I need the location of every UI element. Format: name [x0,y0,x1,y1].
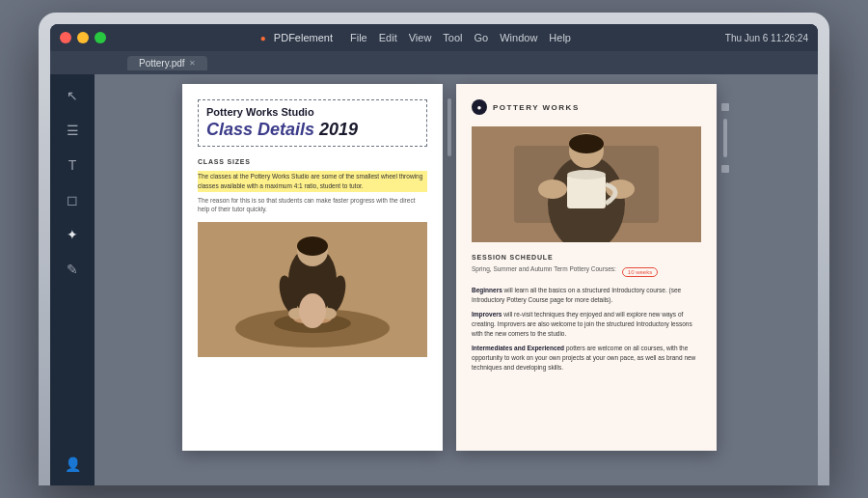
menu-edit[interactable]: Edit [379,32,397,43]
beginners-item: Beginners will learn all the basics on a… [472,286,701,306]
menu-window[interactable]: Window [500,32,537,43]
body-paragraph: The reason for this is so that students … [198,196,427,215]
svg-rect-17 [567,175,606,208]
menu-file[interactable]: File [350,32,367,43]
svg-point-6 [297,236,328,256]
middle-scroll-thumb [448,98,451,156]
sidebar-star[interactable]: ✦ [59,221,86,248]
app-logo-icon: ● [260,33,266,43]
app-content: ↖ ☰ T ◻ ✦ ✎ 👤 Pottery Works Studio Class… [50,74,818,485]
beginners-text: will learn all the basics on a structure… [472,287,681,303]
sidebar-user[interactable]: 👤 [59,451,86,478]
close-button[interactable] [60,32,71,43]
sidebar-cursor[interactable]: ↖ [59,82,86,109]
clock-label: Thu Jun 6 11:26:24 [725,33,808,43]
laptop-shell: ● PDFelement File Edit View Tool Go Wind… [39,13,829,485]
right-scroll-thumb [723,119,727,157]
sidebar-edit[interactable]: ✎ [59,256,86,283]
titlebar-right: Thu Jun 6 11:26:24 [725,33,808,43]
weeks-badge: 10 weeks [622,267,658,277]
improvers-text: will re-visit techniques they enjoyed an… [472,311,692,338]
title-year: 2019 [319,120,358,139]
traffic-lights [60,32,106,43]
maximize-button[interactable] [95,32,106,43]
title-class-details: Class Details [206,120,319,139]
svg-point-16 [606,180,635,199]
brand-name: POTTERY WORKS [493,103,580,112]
menu-go[interactable]: Go [475,32,489,43]
tab-label: Pottery.pdf [139,58,185,69]
titlebar: ● PDFelement File Edit View Tool Go Wind… [50,24,818,51]
tab-close-icon[interactable]: ✕ [189,59,196,68]
sidebar-text[interactable]: T [59,152,86,179]
class-sizes-heading: CLASS SIZES [198,158,427,165]
sidebar-shape[interactable]: ◻ [59,186,86,213]
pdf-viewer[interactable]: Pottery Works Studio Class Details 2019 … [95,74,818,485]
scroll-up-button[interactable] [721,103,729,111]
improvers-label: Improvers [472,311,502,318]
schedule-intro-row: Spring, Summer and Autumn Term Pottery C… [472,264,701,280]
right-scrollbar[interactable] [720,84,730,173]
minimize-button[interactable] [77,32,89,43]
menu-tool[interactable]: Tool [443,32,462,43]
pottery-person-image [198,222,427,357]
app-name-label: PDFelement [274,32,333,43]
brand-icon: ● [472,99,487,115]
title-main: Class Details 2019 [206,120,419,140]
scroll-down-button[interactable] [721,165,729,173]
title-subtitle: Pottery Works Studio [206,106,419,118]
menu-view[interactable]: View [409,32,432,43]
beginners-label: Beginners [472,287,502,293]
brand-row: ● POTTERY WORKS [472,99,701,115]
pdf-page-2: ● POTTERY WORKS [456,84,717,451]
intermediates-item: Intermediates and Experienced potters ar… [472,344,701,374]
pdf-page-1: Pottery Works Studio Class Details 2019 … [182,84,443,451]
screen: ● PDFelement File Edit View Tool Go Wind… [50,24,818,485]
sidebar: ↖ ☰ T ◻ ✦ ✎ 👤 [50,74,95,485]
menu-help[interactable]: Help [549,32,571,43]
svg-point-20 [569,134,604,153]
sidebar-hand[interactable]: ☰ [59,117,86,144]
pottery-photo-1 [198,222,427,357]
session-schedule-heading: SESSION SCHEDULE [472,254,701,261]
pdf-tab[interactable]: Pottery.pdf ✕ [127,56,207,70]
improvers-item: Improvers will re-visit techniques they … [472,310,701,340]
schedule-intro-text: Spring, Summer and Autumn Term Pottery C… [472,264,616,274]
pottery-photo-2 [472,126,701,242]
menu-bar: File Edit View Tool Go Window Help [350,32,571,43]
svg-point-15 [538,180,567,199]
titlebar-center: ● PDFelement File Edit View Tool Go Wind… [106,32,725,43]
intermediates-label: Intermediates and Experienced [472,345,564,351]
title-section: Pottery Works Studio Class Details 2019 [198,99,427,147]
tab-bar: Pottery.pdf ✕ [50,51,818,74]
svg-point-11 [299,293,326,328]
middle-scrollbar[interactable] [447,84,452,156]
svg-point-18 [567,170,606,180]
highlight-paragraph: The classes at the Pottery Works Studio … [198,171,427,192]
